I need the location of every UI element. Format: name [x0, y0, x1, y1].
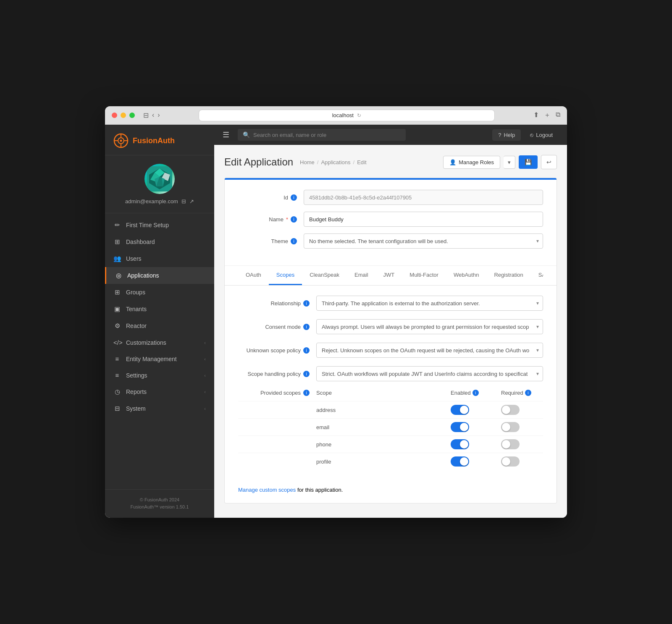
consent-mode-row: Consent mode i Always prompt. Users will… [238, 319, 543, 334]
reload-icon[interactable]: ↻ [357, 113, 361, 118]
dashboard-icon: ⊞ [113, 238, 121, 246]
back-button[interactable]: ↩ [541, 155, 557, 169]
consent-mode-info-icon[interactable]: i [303, 324, 310, 330]
tab-scopes[interactable]: Scopes [269, 266, 302, 285]
sidebar-toggle-icon[interactable]: ⊟ [143, 111, 149, 119]
scope-toggle-address-enabled[interactable] [451, 405, 501, 415]
logout-icon: ⎋ [530, 132, 533, 138]
provided-scopes-info-icon[interactable]: i [303, 390, 310, 396]
chevron-left-icon[interactable]: ‹ [152, 111, 154, 119]
toggle-email-required[interactable] [501, 422, 520, 432]
user-icon: 👤 [449, 159, 456, 165]
tab-jwt[interactable]: JWT [376, 266, 402, 285]
minimize-button[interactable] [121, 113, 126, 118]
tabs-section: OAuth Scopes CleanSpeak Email JWT Multi-… [225, 266, 556, 286]
sidebar-item-entity-management[interactable]: ≡ Entity Management ‹ [105, 351, 214, 367]
scope-toggle-phone-required[interactable] [501, 439, 543, 449]
consent-mode-select-wrapper: Always prompt. Users will always be prom… [316, 319, 543, 334]
top-bar-actions: ? Help ⎋ Logout [492, 129, 559, 141]
toggle-phone-enabled[interactable] [451, 439, 469, 449]
toggle-address-enabled[interactable] [451, 405, 469, 415]
applications-icon: ◎ [115, 272, 122, 279]
required-info-icon[interactable]: i [525, 390, 531, 396]
tab-email[interactable]: Email [347, 266, 376, 285]
tab-registration[interactable]: Registration [486, 266, 530, 285]
enabled-info-icon[interactable]: i [472, 390, 479, 396]
scope-handling-policy-select[interactable]: Strict. OAuth workflows will populate JW… [316, 366, 543, 381]
chevron-right-icon[interactable]: › [158, 111, 160, 119]
save-button[interactable]: 💾 [519, 155, 538, 169]
manage-custom-scopes-link[interactable]: Manage custom scopes [238, 487, 296, 493]
scope-toggle-email-enabled[interactable] [451, 422, 501, 432]
chevron-icon: ‹ [204, 357, 206, 362]
tabs-icon[interactable]: ⧉ [556, 111, 560, 120]
toggle-profile-required[interactable] [501, 456, 520, 467]
name-input[interactable] [304, 212, 543, 227]
sidebar-item-dashboard[interactable]: ⊞ Dashboard [105, 233, 214, 250]
tab-oauth[interactable]: OAuth [238, 266, 269, 285]
toggle-phone-required[interactable] [501, 439, 520, 449]
tab-saml[interactable]: SAML [531, 266, 543, 285]
toggle-address-required[interactable] [501, 405, 520, 415]
sidebar-item-customizations[interactable]: </> Customizations ‹ [105, 334, 214, 351]
manage-roles-button[interactable]: 👤 Manage Roles [443, 156, 500, 169]
page-actions: 👤 Manage Roles ▾ 💾 ↩ [443, 155, 557, 169]
id-input[interactable] [304, 190, 543, 205]
scope-toggle-profile-required[interactable] [501, 456, 543, 467]
search-box[interactable]: 🔍 [238, 129, 406, 141]
page-content: Edit Application Home / Applications / E… [214, 145, 567, 518]
scope-toggle-email-required[interactable] [501, 422, 543, 432]
sidebar-item-label: Applications [127, 272, 159, 279]
maximize-button[interactable] [129, 113, 135, 118]
breadcrumb-applications[interactable]: Applications [321, 159, 350, 165]
new-tab-icon[interactable]: ＋ [544, 111, 551, 120]
sidebar-item-first-time-setup[interactable]: ✏ First Time Setup [105, 217, 214, 233]
relationship-select[interactable]: Third-party. The application is external… [316, 296, 543, 311]
breadcrumb-home[interactable]: Home [300, 159, 315, 165]
close-button[interactable] [112, 113, 117, 118]
sidebar-item-reports[interactable]: ◷ Reports ‹ [105, 383, 214, 400]
scope-toggle-profile-enabled[interactable] [451, 456, 501, 467]
unknown-scope-policy-select[interactable]: Reject. Unknown scopes on the OAuth requ… [316, 343, 543, 358]
id-info-icon[interactable]: i [291, 194, 297, 201]
tab-webauthn[interactable]: WebAuthn [446, 266, 486, 285]
brand-header: FusionAuth [105, 125, 214, 155]
scope-toggle-address-required[interactable] [501, 405, 543, 415]
search-input[interactable] [253, 132, 401, 138]
tab-multi-factor[interactable]: Multi-Factor [402, 266, 446, 285]
sidebar-item-settings[interactable]: ≡ Settings ‹ [105, 367, 214, 383]
sidebar-item-tenants[interactable]: ▣ Tenants [105, 301, 214, 317]
chevron-icon: ‹ [204, 389, 206, 394]
sidebar-item-reactor[interactable]: ⚙ Reactor [105, 317, 214, 334]
logout-button[interactable]: ⎋ Logout [524, 129, 559, 141]
tab-cleanspeak[interactable]: CleanSpeak [302, 266, 347, 285]
unknown-scope-info-icon[interactable]: i [303, 347, 310, 354]
help-button[interactable]: ? Help [492, 129, 521, 141]
share-icon[interactable]: ⬆ [533, 111, 539, 120]
hamburger-icon[interactable]: ☰ [223, 130, 229, 139]
tabs: OAuth Scopes CleanSpeak Email JWT Multi-… [238, 266, 543, 285]
relationship-info-icon[interactable]: i [303, 300, 310, 307]
question-icon: ? [498, 132, 501, 138]
address-bar[interactable]: localhost ↻ [199, 110, 495, 121]
sidebar-item-system[interactable]: ⊟ System ‹ [105, 400, 214, 417]
sidebar-item-groups[interactable]: ⊞ Groups [105, 284, 214, 301]
system-icon: ⊟ [113, 405, 121, 412]
sidebar-item-label: Reports [126, 388, 147, 395]
scope-handling-info-icon[interactable]: i [303, 371, 310, 377]
name-info-icon[interactable]: i [291, 216, 297, 223]
theme-select[interactable]: No theme selected. The tenant configurat… [304, 233, 543, 249]
toggle-thumb [460, 457, 468, 466]
toggle-profile-enabled[interactable] [451, 456, 469, 467]
theme-info-icon[interactable]: i [291, 238, 297, 244]
consent-mode-select[interactable]: Always prompt. Users will always be prom… [316, 319, 543, 334]
toggle-email-enabled[interactable] [451, 422, 469, 432]
sidebar-nav: ✏ First Time Setup ⊞ Dashboard 👥 Users ◎… [105, 213, 214, 489]
entity-icon: ≡ [113, 355, 121, 362]
sidebar-item-users[interactable]: 👥 Users [105, 250, 214, 267]
sidebar-item-applications[interactable]: ◎ Applications [105, 267, 214, 284]
title-bar: ⊟ ‹ › localhost ↻ ⬆ ＋ ⧉ [105, 106, 567, 125]
scope-row-email: email [238, 418, 543, 435]
manage-roles-dropdown-button[interactable]: ▾ [504, 156, 515, 169]
scope-toggle-phone-enabled[interactable] [451, 439, 501, 449]
